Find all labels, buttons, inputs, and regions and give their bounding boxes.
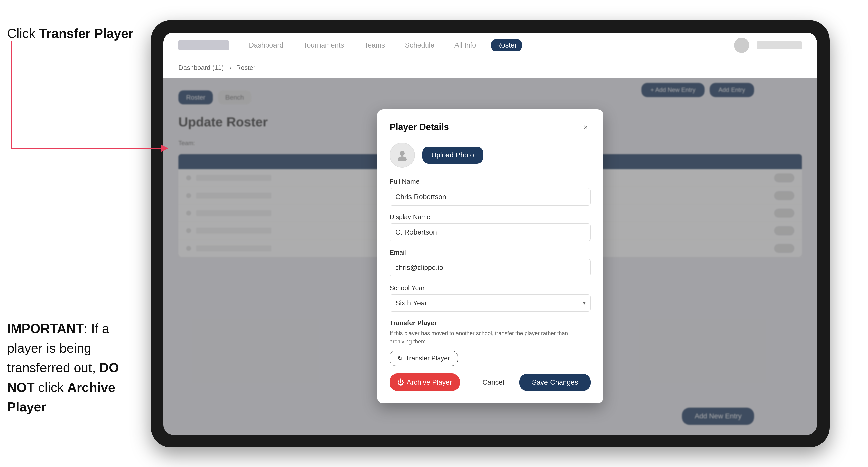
breadcrumb-sep: › — [229, 64, 231, 72]
display-name-group: Display Name — [390, 213, 591, 241]
nav-avatar — [734, 38, 749, 53]
full-name-label: Full Name — [390, 178, 591, 186]
nav-item-schedule[interactable]: Schedule — [400, 39, 439, 51]
nav-user-text — [757, 41, 802, 49]
nav-logo — [179, 40, 229, 50]
important-label: IMPORTANT — [7, 321, 84, 336]
instruction-top: Click Transfer Player — [7, 25, 133, 42]
transfer-player-bold: Transfer Player — [39, 26, 133, 41]
svg-point-4 — [398, 156, 407, 161]
save-changes-button[interactable]: Save Changes — [519, 374, 591, 391]
player-details-modal: Player Details × Upload Photo — [377, 109, 603, 403]
email-group: Email — [390, 249, 591, 277]
transfer-btn-label: Transfer Player — [405, 354, 450, 362]
main-content: Roster Bench Update Roster Team: — [163, 78, 817, 435]
archive-btn-label: Archive Player — [407, 378, 452, 386]
nav-item-tournaments[interactable]: Tournaments — [299, 39, 349, 51]
modal-overlay: Player Details × Upload Photo — [163, 78, 817, 435]
transfer-player-section: Transfer Player If this player has moved… — [390, 319, 591, 366]
full-name-group: Full Name — [390, 178, 591, 206]
transfer-icon: ↻ — [397, 354, 403, 362]
transfer-section-title: Transfer Player — [390, 319, 591, 327]
top-nav: Dashboard Tournaments Teams Schedule All… — [163, 33, 817, 58]
nav-item-dashboard[interactable]: Dashboard — [244, 39, 288, 51]
transfer-section-description: If this player has moved to another scho… — [390, 329, 591, 346]
instruction-bottom: IMPORTANT: If a player is being transfer… — [7, 319, 145, 417]
display-name-input[interactable] — [390, 223, 591, 241]
school-year-group: School Year First Year Second Year Third… — [390, 284, 591, 312]
nav-item-teams[interactable]: Teams — [359, 39, 390, 51]
cancel-button[interactable]: Cancel — [472, 374, 514, 391]
modal-header: Player Details × — [390, 122, 591, 132]
second-bar: Dashboard (11) › Roster — [163, 58, 817, 78]
modal-footer: ⏻ Archive Player Cancel Save Changes — [390, 374, 591, 391]
upload-photo-button[interactable]: Upload Photo — [422, 147, 483, 164]
tablet-screen: Dashboard Tournaments Teams Schedule All… — [163, 33, 817, 435]
nav-items: Dashboard Tournaments Teams Schedule All… — [244, 39, 719, 51]
modal-close-button[interactable]: × — [581, 122, 591, 132]
email-label: Email — [390, 249, 591, 256]
full-name-input[interactable] — [390, 188, 591, 206]
transfer-player-button[interactable]: ↻ Transfer Player — [390, 351, 458, 366]
nav-right — [734, 38, 802, 53]
school-year-label: School Year — [390, 284, 591, 292]
archive-player-button[interactable]: ⏻ Archive Player — [390, 374, 460, 391]
school-year-select[interactable]: First Year Second Year Third Year Fourth… — [390, 294, 591, 312]
photo-placeholder — [390, 143, 415, 168]
svg-point-3 — [400, 151, 405, 156]
breadcrumb-dashboard: Dashboard (11) — [179, 64, 224, 72]
nav-item-allinfo[interactable]: All Info — [450, 39, 481, 51]
archive-text: click — [35, 380, 67, 395]
nav-item-roster[interactable]: Roster — [491, 39, 522, 51]
click-prefix: Click — [7, 26, 39, 41]
display-name-label: Display Name — [390, 213, 591, 221]
modal-title: Player Details — [390, 122, 449, 132]
photo-section: Upload Photo — [390, 143, 591, 168]
chevron-down-icon: ▾ — [583, 300, 586, 306]
tablet-device: Dashboard Tournaments Teams Schedule All… — [151, 20, 830, 447]
breadcrumb-roster: Roster — [236, 64, 255, 72]
person-icon — [396, 149, 408, 161]
archive-icon: ⏻ — [397, 378, 404, 386]
email-input[interactable] — [390, 259, 591, 277]
school-year-select-wrapper: First Year Second Year Third Year Fourth… — [390, 294, 591, 312]
